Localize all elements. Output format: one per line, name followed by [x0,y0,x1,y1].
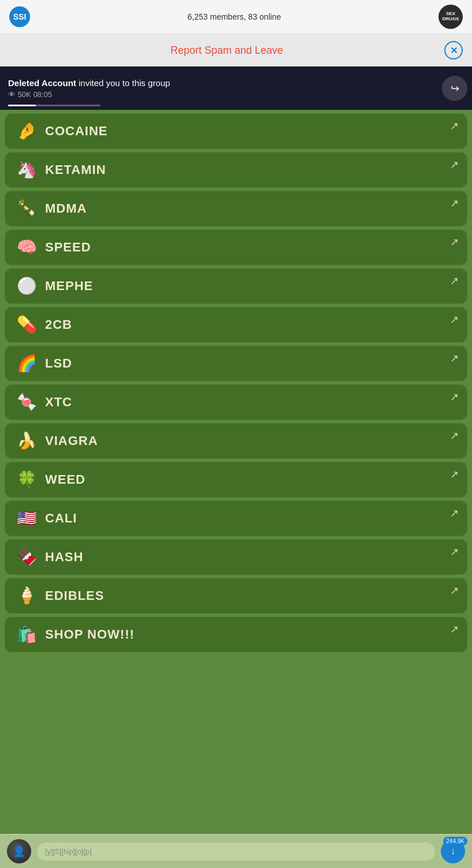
user-avatar: 👤 [7,839,31,863]
menu-item-left-7: 🍬 XTC [17,394,72,410]
menu-item-left-13: 🛍️ SHOP NOW!!! [17,626,135,643]
menu-arrow-icon-5: ↗ [450,313,459,326]
spam-text: Report Spam and Leave [9,44,444,57]
menu-arrow-icon-9: ↗ [450,468,459,481]
menu-item[interactable]: 🍬 XTC ↗ [5,384,467,420]
menu-emoji-5: 💊 [17,317,37,333]
menu-item[interactable]: 🍦 EDIBLES ↗ [5,578,467,614]
deleted-account-label: Deleted Account [8,78,76,88]
menu-item-left-5: 💊 2CB [17,317,72,333]
back-button[interactable]: SSI [9,6,30,27]
menu-arrow-icon-11: ↗ [450,546,459,558]
menu-item[interactable]: 🇺🇸 CALI ↗ [5,500,467,536]
menu-arrow-icon-1: ↗ [450,158,459,171]
scroll-icon: ↓ [451,846,455,856]
input-placeholder: [y][5][Np][o][p] [45,847,92,856]
menu-emoji-6: 🌈 [17,355,37,372]
menu-item-left-9: 🍀 WEED [17,472,86,488]
menu-item-left-4: ⚪ MEPHE [17,278,93,294]
menu-arrow-icon-7: ↗ [450,391,459,403]
menu-item-left-1: 🦄 KETAMIN [17,162,106,178]
menu-label-3: SPEED [45,240,91,255]
menu-item-left-12: 🍦 EDIBLES [17,588,104,604]
share-button[interactable]: ↪ [442,76,467,101]
menu-emoji-13: 🛍️ [17,626,37,643]
menu-emoji-8: 🍌 [17,433,37,449]
menu-label-5: 2CB [45,317,72,332]
header-left: SSI [9,6,30,27]
menu-arrow-icon-8: ↗ [450,429,459,442]
menu-item[interactable]: 🌈 LSD ↗ [5,346,467,381]
avatar-placeholder: 👤 [7,839,31,863]
menu-list: 🤌 COCAINE ↗ 🦄 KETAMIN ↗ 🍾 MDMA ↗ 🧠 SPEED… [0,110,472,834]
menu-arrow-icon-0: ↗ [450,120,459,132]
scroll-badge: 244.9K [443,837,467,845]
banner: Deleted Account invited you to this grou… [0,66,472,110]
menu-emoji-0: 🤌 [17,123,37,139]
menu-emoji-10: 🇺🇸 [17,510,37,526]
menu-emoji-12: 🍦 [17,588,37,604]
menu-arrow-icon-3: ↗ [450,236,459,248]
menu-label-2: MDMA [45,201,87,216]
bottom-bar: 👤 [y][5][Np][o][p] 244.9K ↓ [0,834,472,868]
menu-item[interactable]: 🍾 MDMA ↗ [5,191,467,227]
spam-bar: Report Spam and Leave ✕ [0,34,472,66]
menu-label-1: KETAMIN [45,162,106,177]
menu-emoji-9: 🍀 [17,472,37,488]
menu-label-9: WEED [45,472,86,487]
banner-text: Deleted Account invited you to this grou… [8,78,170,88]
banner-progress-bar [8,105,101,106]
scroll-to-bottom-button[interactable]: 244.9K ↓ [441,839,465,863]
menu-item[interactable]: 💊 2CB ↗ [5,307,467,343]
menu-label-6: LSD [45,356,72,371]
header: SSI 6,253 members, 83 online SEX DRUGS [0,0,472,34]
menu-label-11: HASH [45,550,83,565]
menu-item[interactable]: 🍀 WEED ↗ [5,462,467,498]
menu-label-12: EDIBLES [45,588,104,603]
eye-icon: 👁 [8,90,16,99]
menu-arrow-icon-2: ↗ [450,197,459,210]
menu-emoji-4: ⚪ [17,278,37,294]
menu-item-left-8: 🍌 VIAGRA [17,433,98,449]
menu-item-left-0: 🤌 COCAINE [17,123,107,139]
menu-emoji-11: 🍫 [17,549,37,565]
menu-arrow-icon-6: ↗ [450,352,459,365]
menu-arrow-icon-4: ↗ [450,275,459,287]
menu-emoji-7: 🍬 [17,394,37,410]
menu-label-10: CALI [45,511,77,526]
banner-progress-fill [8,105,36,106]
menu-label-7: XTC [45,395,72,410]
message-input-area[interactable]: [y][5][Np][o][p] [37,843,435,860]
timestamp: 08:05 [33,90,52,99]
banner-suffix: invited you to this group [79,78,170,88]
menu-item[interactable]: 🍫 HASH ↗ [5,539,467,575]
menu-arrow-icon-10: ↗ [450,507,459,520]
menu-item[interactable]: 🍌 VIAGRA ↗ [5,423,467,459]
menu-item[interactable]: 🤌 COCAINE ↗ [5,113,467,149]
menu-item[interactable]: 🧠 SPEED ↗ [5,229,467,265]
menu-item[interactable]: 🛍️ SHOP NOW!!! ↗ [5,617,467,652]
menu-item-left-10: 🇺🇸 CALI [17,510,77,526]
menu-emoji-1: 🦄 [17,162,37,178]
menu-item-left-2: 🍾 MDMA [17,201,87,217]
menu-arrow-icon-13: ↗ [450,623,459,636]
menu-item-left-6: 🌈 LSD [17,355,72,372]
banner-content: Deleted Account invited you to this grou… [8,78,170,99]
menu-emoji-3: 🧠 [17,239,37,255]
back-label: SSI [13,12,27,21]
share-icon: ↪ [451,82,459,95]
group-avatar[interactable]: SEX DRUGS [438,5,463,29]
menu-item-left-3: 🧠 SPEED [17,239,91,255]
view-count: 50K [18,90,31,99]
group-name: SEX DRUGS [443,12,459,22]
spam-close-button[interactable]: ✕ [444,41,463,60]
close-icon: ✕ [450,45,458,56]
menu-label-8: VIAGRA [45,433,98,448]
member-count: 6,253 members, 83 online [188,12,281,21]
menu-label-13: SHOP NOW!!! [45,627,135,642]
menu-label-4: MEPHE [45,279,93,294]
banner-meta: 👁 50K 08:05 [8,90,170,99]
menu-item[interactable]: 🦄 KETAMIN ↗ [5,152,467,188]
menu-item-left-11: 🍫 HASH [17,549,83,565]
menu-item[interactable]: ⚪ MEPHE ↗ [5,268,467,304]
